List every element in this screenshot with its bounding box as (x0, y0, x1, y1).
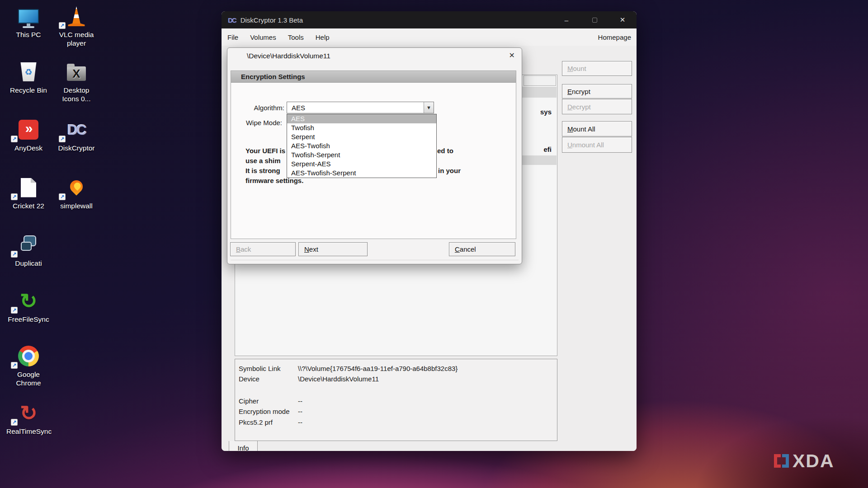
vlc-cone-icon (67, 6, 85, 26)
sync-arrows-icon: ↻ (20, 403, 38, 423)
desktop-icon-label: Duplicati (6, 259, 51, 267)
desktop-icon-label: Cricket 22 (6, 202, 51, 210)
desktop-background: { "desktop": { "icons": [ { "label": "Th… (0, 0, 868, 488)
unmount-all-button[interactable]: Unmount All (562, 137, 632, 153)
desktop-icon-simplewall[interactable]: ↗ simplewall (52, 176, 100, 210)
menu-homepage[interactable]: Homepage (598, 33, 637, 41)
shortcut-arrow-icon: ↗ (11, 251, 18, 258)
chrome-icon (18, 346, 39, 366)
dialog-title: \Device\HarddiskVolume11 (247, 52, 330, 60)
tab-info[interactable]: Info (229, 441, 258, 451)
desktop-icon-duplicati[interactable]: ↗ Duplicati (5, 233, 52, 267)
desktop-icon-this-pc[interactable]: This PC (5, 5, 52, 39)
maximize-icon (592, 18, 597, 23)
info-row: Symbolic Link \\?\Volume{176754f6-aa19-1… (239, 365, 458, 372)
info-panel: Symbolic Link \\?\Volume{176754f6-aa19-1… (235, 359, 557, 441)
encryption-wizard-dialog: \Device\HarddiskVolume11 ✕ Encryption Se… (227, 47, 522, 264)
dropdown-option-aes[interactable]: AES (287, 114, 436, 123)
info-row: Encryption mode -- (239, 408, 302, 415)
info-row: Pkcs5.2 prf -- (239, 418, 302, 426)
desktop-icon-vlc[interactable]: ↗ VLC media player (52, 5, 100, 47)
dropdown-option-aes-twofish[interactable]: AES-Twofish (287, 141, 436, 150)
info-value: \Device\HarddiskVolume11 (298, 375, 379, 383)
desktop-icon-cricket22[interactable]: ↗ Cricket 22 (5, 176, 52, 210)
shortcut-arrow-icon: ↗ (11, 419, 18, 426)
sync-arrows-icon: ↻ (20, 291, 38, 311)
dropdown-option-serpent[interactable]: Serpent (287, 132, 436, 141)
desktop-icon-recycle-bin[interactable]: ♻ Recycle Bin (5, 60, 52, 94)
desktop-icon-realtimesync[interactable]: ↻ ↗ RealTimeSync (5, 401, 52, 436)
close-icon: ✕ (509, 52, 515, 59)
close-icon: ✕ (620, 16, 626, 24)
desktop-icon-freefilesync[interactable]: ↻ ↗ FreeFileSync (5, 289, 52, 324)
info-value: \\?\Volume{176754f6-aa19-11ef-a790-a64b8… (298, 365, 458, 372)
uefi-warning-line3-left: It is strong (245, 167, 280, 174)
menu-file[interactable]: File (222, 33, 244, 41)
minimize-icon: – (565, 16, 568, 24)
back-button[interactable]: Back (230, 242, 296, 256)
combobox-value: AES (287, 104, 305, 112)
cancel-button[interactable]: Cancel (449, 242, 515, 256)
maximize-button[interactable] (580, 11, 609, 28)
dropdown-option-twofish-serpent[interactable]: Twofish-Serpent (287, 150, 436, 160)
volume-label-efi[interactable]: efi (543, 145, 552, 153)
desktop-icon-diskcryptor[interactable]: DC ↗ DiskCryptor (52, 118, 100, 152)
desktop-icon-label: AnyDesk (6, 144, 51, 152)
desktop-icon-desktop-icons-folder[interactable]: X Desktop Icons 0... (52, 60, 100, 103)
desktop-icon-label: VLC media player (54, 30, 99, 47)
xda-watermark: XDA (774, 452, 835, 470)
desktop-icon-label: This PC (6, 30, 51, 39)
desktop-icon-label: simplewall (54, 202, 99, 210)
decrypt-button[interactable]: Decrypt (562, 99, 632, 114)
info-value: -- (298, 418, 302, 426)
shortcut-arrow-icon: ↗ (59, 193, 66, 200)
this-pc-icon (18, 9, 39, 23)
section-header: Encryption Settings (231, 71, 516, 83)
desktop-icon-label: Recycle Bin (6, 86, 51, 94)
mount-all-button[interactable]: Mount All (562, 121, 632, 136)
menu-tools[interactable]: Tools (282, 33, 310, 41)
menu-help[interactable]: Help (310, 33, 335, 41)
xda-logo-text: XDA (793, 452, 835, 470)
divider (231, 260, 519, 260)
dialog-close-button[interactable]: ✕ (509, 51, 515, 60)
shortcut-arrow-icon: ↗ (59, 22, 66, 29)
diskcryptor-dc-icon: DC (67, 122, 85, 138)
dropdown-option-aes-twofish-serpent[interactable]: AES-Twofish-Serpent (287, 169, 436, 178)
title-bar[interactable]: DC DiskCryptor 1.3 Beta – ✕ (222, 11, 637, 28)
algorithm-dropdown-list: AES Twofish Serpent AES-Twofish Twofish-… (287, 114, 437, 178)
mount-button[interactable]: Mount (562, 61, 632, 76)
info-row: Cipher -- (239, 397, 302, 405)
desktop-icon-anydesk[interactable]: » ↗ AnyDesk (5, 118, 52, 152)
dropdown-option-twofish[interactable]: Twofish (287, 123, 436, 132)
close-button[interactable]: ✕ (609, 11, 637, 28)
shortcut-arrow-icon: ↗ (59, 136, 66, 142)
xda-right-bracket-icon (782, 454, 789, 468)
recycle-bin-icon: ♻ (20, 62, 37, 81)
info-value: -- (298, 408, 302, 415)
algorithm-combobox[interactable]: AES ▼ (287, 102, 434, 113)
window-title: DiskCryptor 1.3 Beta (241, 16, 303, 24)
app-icon: DC (228, 16, 236, 24)
desktop-icon-label: RealTimeSync (6, 427, 51, 436)
xda-left-bracket-icon (774, 454, 781, 468)
volume-label-sys[interactable]: sys (540, 108, 552, 116)
duplicati-icon (18, 235, 39, 255)
next-button[interactable]: Next (298, 242, 368, 256)
uefi-warning-line1-right: ed to (437, 147, 453, 155)
encrypt-button[interactable]: Encrypt (562, 84, 632, 99)
desktop-icon-label: Desktop Icons 0... (54, 86, 99, 103)
chevron-down-icon[interactable]: ▼ (424, 102, 434, 113)
uefi-warning-line1-left: Your UEFI is (245, 147, 285, 155)
menu-bar: File Volumes Tools Help Homepage (222, 28, 637, 46)
dropdown-option-serpent-aes[interactable]: Serpent-AES (287, 160, 436, 169)
list-header-cell (524, 75, 556, 86)
flame-icon (67, 178, 85, 196)
minimize-button[interactable]: – (552, 11, 580, 28)
uefi-warning-line2: use a shim (245, 157, 281, 164)
shortcut-arrow-icon: ↗ (11, 136, 18, 142)
menu-volumes[interactable]: Volumes (244, 33, 282, 41)
shortcut-arrow-icon: ↗ (11, 362, 18, 369)
wipe-mode-label: Wipe Mode: (239, 119, 282, 127)
desktop-icon-google-chrome[interactable]: ↗ Google Chrome (5, 344, 52, 387)
